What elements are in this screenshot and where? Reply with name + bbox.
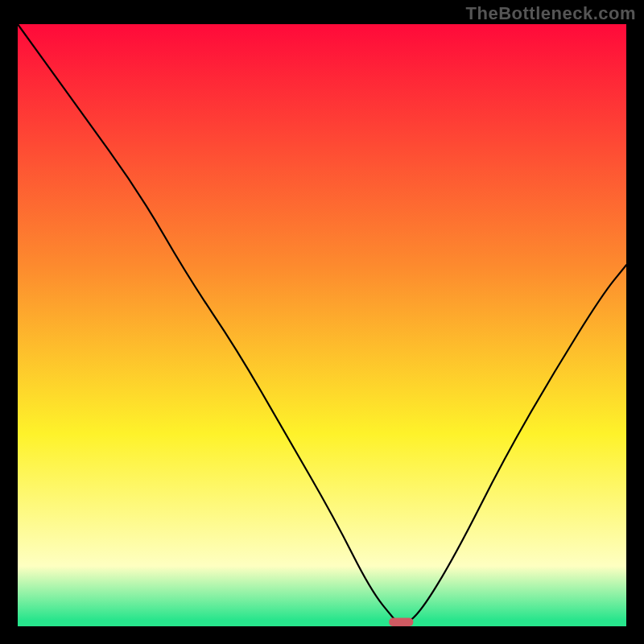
plot-area — [18, 24, 626, 626]
minimum-marker — [389, 618, 413, 626]
gradient-background — [18, 24, 626, 626]
watermark-text: TheBottleneck.com — [466, 3, 636, 24]
chart-frame: TheBottleneck.com — [0, 0, 644, 644]
chart-svg — [18, 24, 626, 626]
